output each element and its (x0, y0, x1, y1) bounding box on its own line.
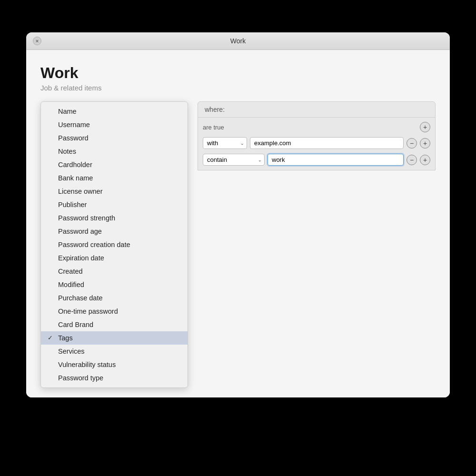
dropdown-item-password-age[interactable]: Password age (41, 225, 188, 238)
dropdown-item-card-brand[interactable]: Card Brand (41, 318, 188, 331)
dropdown-item-tags[interactable]: Tags (41, 331, 188, 345)
page-title: Work (40, 64, 436, 82)
close-button[interactable]: × (33, 37, 41, 45)
dropdown-item-vulnerability-status[interactable]: Vulnerability status (41, 358, 188, 371)
window-title: Work (230, 37, 246, 45)
dropdown-item-password-strength[interactable]: Password strength (41, 211, 188, 225)
filter-conditions-row: are true + (198, 119, 435, 135)
title-bar: × Work (26, 32, 450, 50)
add-condition-button[interactable]: + (420, 122, 430, 132)
condition-select-wrapper-2: contain does not contain starts with end… (203, 154, 265, 166)
filter-header: where: (198, 101, 436, 118)
dropdown-item-password-creation-date[interactable]: Password creation date (41, 238, 188, 251)
close-icon: × (36, 38, 39, 44)
dropdown-item-one-time-password[interactable]: One-time password (41, 305, 188, 318)
window-content: Work Job & related items NameUsernamePas… (26, 50, 450, 397)
dropdown-item-password[interactable]: Password (41, 131, 188, 145)
dropdown-item-license-owner[interactable]: License owner (41, 185, 188, 198)
condition-select-1[interactable]: with starts with ends with contains (203, 137, 247, 149)
add-row1-button[interactable]: + (420, 138, 430, 149)
filter-value-input-2[interactable] (268, 154, 404, 166)
condition-select-wrapper-1: with starts with ends with contains (203, 137, 247, 149)
dropdown-item-purchase-date[interactable]: Purchase date (41, 291, 188, 305)
filter-row-2: contain does not contain starts with end… (198, 151, 435, 168)
filter-row-1: with starts with ends with contains − + (198, 135, 435, 151)
dropdown-item-cardholder[interactable]: Cardholder (41, 158, 188, 171)
filter-value-input-1[interactable] (250, 137, 404, 149)
where-label: where: (205, 106, 225, 113)
dropdown-item-password-type[interactable]: Password type (41, 371, 188, 385)
page-subtitle: Job & related items (40, 84, 436, 92)
dropdown-item-services[interactable]: Services (41, 345, 188, 358)
add-row2-button[interactable]: + (420, 155, 430, 165)
dropdown-item-created[interactable]: Created (41, 265, 188, 278)
main-area: NameUsernamePasswordNotesCardholderBank … (40, 101, 436, 388)
remove-row1-button[interactable]: − (407, 138, 417, 149)
dropdown-item-expiration-date[interactable]: Expiration date (41, 251, 188, 265)
dropdown-item-username[interactable]: Username (41, 118, 188, 131)
dropdown-item-bank-name[interactable]: Bank name (41, 171, 188, 185)
filter-panel: where: are true + with starts (198, 101, 436, 388)
dropdown-item-publisher[interactable]: Publisher (41, 198, 188, 211)
field-dropdown[interactable]: NameUsernamePasswordNotesCardholderBank … (40, 101, 188, 388)
dropdown-item-name[interactable]: Name (41, 105, 188, 118)
dropdown-item-notes[interactable]: Notes (41, 145, 188, 158)
main-window: × Work Work Job & related items NameUser… (26, 32, 450, 397)
condition-select-2[interactable]: contain does not contain starts with end… (203, 154, 265, 166)
conditions-label: are true (203, 124, 224, 131)
remove-row2-button[interactable]: − (407, 155, 417, 165)
filter-section: are true + with starts with ends with co… (198, 118, 436, 170)
dropdown-item-modified[interactable]: Modified (41, 278, 188, 291)
